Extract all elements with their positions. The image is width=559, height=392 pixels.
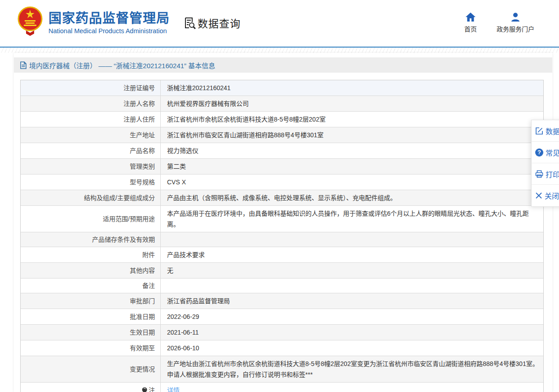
table-row: 备注 xyxy=(21,279,543,293)
side-menu-label: 常见问题 xyxy=(546,147,559,158)
row-value: 本产品适用于在医疗环境中，由具备眼科基础知识的人员操作，用于筛查或评估6个月以上… xyxy=(161,206,543,232)
row-value: 生产地址由浙江省杭州市余杭区余杭街道科技大道8-5号8幢2层202室变更为浙江省… xyxy=(161,356,543,382)
row-label: 其他内容 xyxy=(21,263,161,278)
module-title: 数据查询 xyxy=(198,15,241,30)
table-row: 生产地址浙江省杭州市临安区青山湖街道相府路888号4号楼301室 xyxy=(21,127,543,143)
side-menu-label: 关闭页面 xyxy=(545,190,559,201)
row-value: 无 xyxy=(161,263,543,278)
row-label-text: 生产地址 xyxy=(130,130,155,140)
row-value xyxy=(161,232,543,247)
row-value: 2021-06-11 xyxy=(161,325,543,340)
row-value-text: 视力筛选仪 xyxy=(167,145,198,156)
row-label-text: 注 xyxy=(149,385,155,392)
top-nav: 首页 政务服务门户 xyxy=(464,13,534,33)
row-label: 备注 xyxy=(21,279,161,293)
nav-home-label: 首页 xyxy=(464,24,477,33)
row-label: 变更情况 xyxy=(21,356,161,382)
row-value-text: 浙江省杭州市余杭区余杭街道科技大道8-5号8幢2层202室 xyxy=(167,114,326,125)
home-icon xyxy=(466,13,475,22)
brand-subtitle: National Medical Products Administration xyxy=(48,27,170,35)
row-value: 产品技术要求 xyxy=(161,247,543,262)
row-label-text: 有效期至 xyxy=(130,343,155,353)
row-value xyxy=(161,279,543,293)
row-value-text: 浙江省杭州市临安区青山湖街道相府路888号4号楼301室 xyxy=(167,130,324,140)
row-label: 有效期至 xyxy=(21,340,161,356)
info-table: 注册证编号浙械注准20212160241注册人名称杭州爱视界医疗器械有限公司注册… xyxy=(20,80,544,392)
row-value-text: CVS X xyxy=(167,177,186,187)
row-label: 注册人住所 xyxy=(21,112,161,127)
row-value: 浙江省药品监督管理局 xyxy=(161,293,543,309)
row-label: 批准日期 xyxy=(21,309,161,324)
table-row: 结构及组成/主要组成成分产品由主机（含照明系统、成像系统、电控处理系统、显示系统… xyxy=(21,190,543,206)
row-label-text: 备注 xyxy=(142,281,155,291)
row-label-text: 产品名称 xyxy=(130,146,155,156)
edit-icon xyxy=(535,127,543,135)
side-menu-label: 数据纠错 xyxy=(546,126,559,136)
row-value: 产品由主机（含照明系统、成像系统、电控处理系统、显示系统）、充电配件组成。 xyxy=(161,190,543,205)
brand-block: 国家药品监督管理局 National Medical Products Admi… xyxy=(48,11,170,35)
document-icon xyxy=(20,61,26,69)
side-menu-item-print[interactable]: 打印页面 xyxy=(532,163,559,185)
table-row: 注册证编号浙械注准20212160241 xyxy=(21,80,543,96)
row-value-text: 2026-06-10 xyxy=(167,343,199,353)
row-label-text: 变更情况 xyxy=(130,364,155,374)
row-label: 生产地址 xyxy=(21,127,161,143)
table-row: 产品名称视力筛选仪 xyxy=(21,143,543,159)
page-title: 境内医疗器械（注册） —— “浙械注准20212160241” 基本信息 xyxy=(29,61,215,70)
row-value: 杭州爱视界医疗器械有限公司 xyxy=(161,96,543,111)
side-menu-item-faq[interactable]: ? 常见问题 xyxy=(532,142,559,163)
row-label: 注册人名称 xyxy=(21,96,161,111)
row-label-text: 其他内容 xyxy=(130,266,155,275)
row-value-text: 第二类 xyxy=(167,161,186,172)
row-label: 管理类别 xyxy=(21,159,161,174)
row-label-text: 适用范围/预期用途 xyxy=(103,214,155,224)
row-label: 适用范围/预期用途 xyxy=(21,206,161,232)
table-row: 审批部门浙江省药品监督管理局 xyxy=(21,293,543,309)
row-value-text: 本产品适用于在医疗环境中，由具备眼科基础知识的人员操作，用于筛查或评估6个月以上… xyxy=(167,208,539,230)
nav-portal[interactable]: 政务服务门户 xyxy=(497,13,534,33)
table-row: 其他内容无 xyxy=(21,263,543,279)
row-label-text: 注册证编号 xyxy=(123,83,155,93)
brand-title: 国家药品监督管理局 xyxy=(48,11,170,26)
row-label: 产品名称 xyxy=(21,143,161,158)
row-value-text: 2021-06-11 xyxy=(167,327,199,338)
row-value: 2026-06-10 xyxy=(161,340,543,356)
row-value-text: 产品技术要求 xyxy=(167,249,205,260)
content-container: 境内医疗器械（注册） —— “浙械注准20212160241” 基本信息 注册证… xyxy=(14,53,552,392)
row-value-text: 生产地址由浙江省杭州市余杭区余杭街道科技大道8-5号8幢2层202室变更为浙江省… xyxy=(167,358,539,380)
question-icon: ? xyxy=(535,148,543,157)
row-value-text: 2022-06-29 xyxy=(167,311,199,322)
row-label-text: 注册人名称 xyxy=(123,99,155,109)
row-label: 附件 xyxy=(21,247,161,262)
nav-portal-label: 政务服务门户 xyxy=(497,24,534,33)
nav-home[interactable]: 首页 xyxy=(464,13,477,33)
data-query-module: 数据查询 xyxy=(183,15,241,30)
side-menu-item-correction[interactable]: 数据纠错 xyxy=(532,120,559,142)
table-row: 注详情 xyxy=(21,383,543,392)
table-row: 产品储存条件及有效期 xyxy=(21,232,543,247)
side-menu-label: 打印页面 xyxy=(546,169,559,179)
row-label: 产品储存条件及有效期 xyxy=(21,232,161,247)
data-query-icon xyxy=(183,17,196,29)
row-label: 注册证编号 xyxy=(21,80,161,96)
table-row: 型号规格CVS X xyxy=(21,174,543,190)
row-value-text: 产品由主机（含照明系统、成像系统、电控处理系统、显示系统）、充电配件组成。 xyxy=(167,192,396,203)
side-menu-item-close[interactable]: 关闭页面 xyxy=(532,185,559,206)
row-label: 生效日期 xyxy=(21,325,161,340)
row-value-text: 无 xyxy=(167,265,173,276)
side-menu: 数据纠错 ? 常见问题 打印页面 关闭页面 xyxy=(531,120,559,207)
row-value: 2022-06-29 xyxy=(161,309,543,324)
row-label-text: 批准日期 xyxy=(130,312,155,322)
row-value: 浙江省杭州市余杭区余杭街道科技大道8-5号8幢2层202室 xyxy=(161,112,543,127)
table-row: 注册人名称杭州爱视界医疗器械有限公司 xyxy=(21,96,543,112)
row-value-text: 浙械注准20212160241 xyxy=(167,83,231,93)
row-label: 注 xyxy=(21,383,161,392)
row-value: CVS X xyxy=(161,174,543,190)
row-label: 审批部门 xyxy=(21,293,161,309)
breadcrumb: 境内医疗器械（注册） —— “浙械注准20212160241” 基本信息 xyxy=(14,57,552,73)
user-icon xyxy=(511,13,520,22)
detail-link[interactable]: 详情 xyxy=(167,385,180,392)
row-value: 浙械注准20212160241 xyxy=(161,80,543,96)
national-emblem-logo xyxy=(17,5,43,37)
row-value: 浙江省杭州市临安区青山湖街道相府路888号4号楼301室 xyxy=(161,127,543,143)
